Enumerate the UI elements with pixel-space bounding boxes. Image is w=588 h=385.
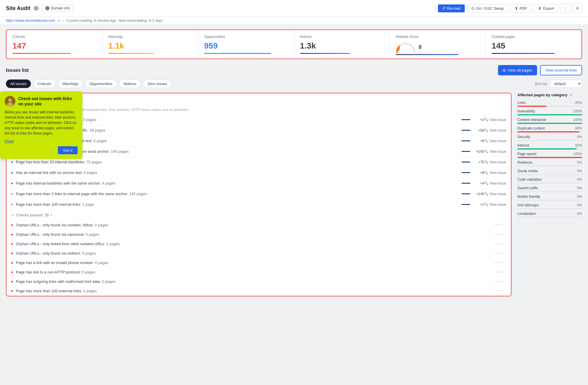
info-badge-icon[interactable]: i	[569, 93, 573, 97]
issue-bar-area	[462, 130, 470, 131]
category-row: Social media 0%	[517, 169, 582, 175]
opportunities-card[interactable]: Opportunities 959	[198, 30, 294, 59]
criticals-card[interactable]: Criticals 147	[6, 30, 102, 59]
category-bar-bg	[517, 174, 582, 175]
category-name: Mobile friendly	[517, 195, 540, 199]
issue-count: +58	[474, 128, 484, 132]
table-row: Page has outgoing links with malformed h…	[6, 277, 511, 286]
search-icon: 🔍	[484, 181, 488, 185]
help-icon[interactable]: ?	[34, 6, 39, 11]
issue-count: +145	[474, 192, 484, 196]
category-bar-bg	[517, 148, 582, 150]
tab-criticals[interactable]: Criticals	[33, 79, 56, 88]
website-score-card[interactable]: Website Score 8	[390, 30, 486, 59]
category-pct: 45%	[575, 101, 582, 105]
share-button[interactable]: ⋮	[561, 4, 570, 13]
view-all-pages-button[interactable]: ⊞ View all pages	[498, 65, 537, 75]
next-autocrawl: Next autocrawling: in 2 days	[119, 19, 163, 23]
recrawl-button[interactable]: ↺ Recrawl	[438, 4, 465, 12]
view-issue-button[interactable]: 🔍 View issue	[484, 128, 506, 132]
category-label-row: Code validation 0%	[517, 177, 582, 182]
category-pct: 0%	[577, 186, 582, 190]
category-name: Search traffic	[517, 186, 538, 190]
category-bar-bg	[517, 191, 582, 192]
category-label-row: Content relevance 100%	[517, 118, 582, 122]
zero-issue-text: Orphan URLs - only found via canonical: …	[16, 232, 494, 237]
ga-gsc-label: GA / GSC Setup	[476, 6, 504, 11]
close-link[interactable]: Close	[5, 139, 14, 143]
issue-text: Page has more than 2 links to internal p…	[16, 192, 462, 196]
table-row: Orphan URLs - only linked from other iso…	[6, 239, 511, 249]
category-label-row: Mobile friendly 0%	[517, 195, 582, 199]
view-issue-button[interactable]: 🔍 View issue	[484, 160, 506, 164]
content-area: ▾ Links (9 issues) Issues with internal …	[6, 93, 582, 296]
tab-zero-issues[interactable]: Zero issues	[143, 79, 171, 88]
zero-issue-indicator	[11, 262, 13, 264]
tab-opportunities[interactable]: Opportunities	[85, 79, 117, 88]
zero-mini-bar	[494, 272, 503, 273]
warnings-card[interactable]: Warnings 1.1k	[102, 30, 198, 59]
category-label-row: Security 0%	[517, 135, 582, 139]
search-icon: 🔍	[484, 128, 488, 132]
view-issue-button[interactable]: 🔍 View issue	[484, 181, 506, 185]
tooltip-title: Check out issues with links on your site	[18, 96, 78, 107]
tooltip-footer: Got it	[5, 146, 78, 154]
category-pct: 0%	[577, 169, 582, 173]
view-external-links-button[interactable]: View external links	[540, 65, 582, 75]
tab-all-issues[interactable]: All issues	[6, 79, 31, 88]
table-row: Orphan URLs - only found via canonical: …	[6, 230, 511, 239]
view-issue-button[interactable]: 🔍 View issue	[484, 171, 506, 175]
issue-indicator	[11, 182, 13, 184]
category-name: Duplicate content	[517, 126, 545, 130]
zero-mini-bar	[494, 253, 503, 254]
category-bar-fill	[517, 106, 547, 107]
checks-passed[interactable]: ✓ Checks passed: 28 ▾	[6, 210, 511, 220]
ga-gsc-button[interactable]: G GA / GSC Setup	[467, 4, 508, 13]
category-name: Security	[517, 135, 530, 139]
category-name: Content relevance	[517, 118, 546, 122]
issue-mini-bar	[462, 151, 470, 152]
issue-mini-bar	[462, 204, 470, 205]
filter-tabs: All issues Criticals Warnings Opportunit…	[6, 79, 171, 88]
view-issue-button[interactable]: 🔍 View issue	[484, 192, 506, 196]
view-issue-button[interactable]: 🔍 View issue	[484, 203, 506, 207]
sub-header: https://www.simonedicosta.com ↗ • Curren…	[0, 17, 588, 25]
zero-issue-text: Page has a link with an invalid phone nu…	[16, 260, 494, 265]
view-issue-button[interactable]: 🔍 View issue	[484, 150, 506, 154]
category-name: Xml sitemaps	[517, 203, 539, 207]
table-row: Page has more than 2 links to internal p…	[6, 189, 511, 199]
view-issue-button[interactable]: 🔍 View issue	[484, 118, 506, 122]
tab-notices[interactable]: Notices	[119, 79, 141, 88]
settings-button[interactable]: ⚙	[573, 4, 582, 13]
site-url[interactable]: https://www.simonedicosta.com	[6, 19, 55, 23]
filter-bar: All issues Criticals Warnings Opportunit…	[6, 79, 582, 88]
domain-info-button[interactable]: i Domain info	[42, 5, 73, 12]
score-gauge: 8	[396, 41, 479, 53]
zero-issue-text: Orphan URLs - only found via noindex, fo…	[16, 223, 494, 227]
export-button[interactable]: ⬇ Export	[534, 4, 559, 13]
issue-indicator	[11, 172, 13, 174]
table-row: Orphan URLs - only found via redirect: 0…	[6, 249, 511, 258]
search-icon: 🔍	[484, 192, 488, 196]
category-name: Social media	[517, 169, 538, 173]
tab-warnings[interactable]: Warnings	[58, 79, 83, 88]
header: Site Audit ? i Domain info ↺ Recrawl G G…	[0, 0, 588, 17]
score-bar	[396, 54, 459, 55]
recrawl-icon: ↺	[442, 6, 445, 11]
issue-text: Has an internal link with no anchor text…	[16, 170, 462, 175]
crawl-status: Current crawling: 6 minutes ago	[66, 19, 116, 23]
notices-card[interactable]: Notices 1.3k	[294, 30, 390, 59]
table-row: Orphan URLs - only found via noindex, fo…	[6, 220, 511, 230]
issue-bar-area	[462, 172, 470, 173]
category-bar-bg	[517, 106, 582, 107]
table-row: Has an internal link with no anchor text…	[6, 167, 511, 178]
sort-select[interactable]: default alphabetical count	[550, 80, 582, 88]
view-issue-button[interactable]: 🔍 View issue	[484, 139, 506, 143]
svg-point-2	[8, 98, 12, 102]
got-it-button[interactable]: Got it	[58, 146, 78, 154]
pdf-button[interactable]: ⬆ PDF	[510, 4, 532, 13]
crawled-pages-card[interactable]: Crawled pages 145	[486, 30, 582, 59]
search-icon: 🔍	[484, 150, 488, 153]
tooltip-popup: Check out issues with links on your site…	[0, 91, 82, 159]
website-score-label: Website Score	[396, 35, 479, 39]
